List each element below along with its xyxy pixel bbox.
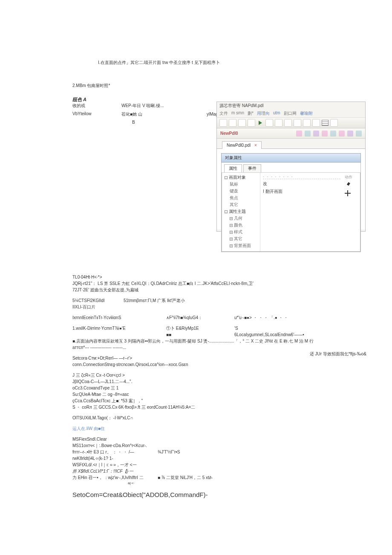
grid-icon[interactable] <box>322 120 329 126</box>
cell <box>72 331 166 338</box>
text-row: fгггг--r-.•叶 E3 口 r。 ： ・ ・ /— ¾J'T'½Г'r•… <box>72 449 320 455</box>
tree-group[interactable]: -画面对象 <box>225 174 257 180</box>
panel-body: -画面对象 鼠标 键盘 焦点 其它 -属性主题 + 几何 + 颜色 + 样式 +… <box>222 173 360 252</box>
panel-tabs: 属性 事件 <box>222 163 360 173</box>
menu-bar: 文件 m smn 删* 用理向 utm 剧口网 馨瑜附 <box>217 110 365 117</box>
tree-item[interactable]: 鼠标 <box>230 181 257 187</box>
text-line: çCca.CcsBaAcITcxc 上■: *53 案］，" <box>72 398 320 404</box>
blue-text-line: 运人在.IiW 由■住 <box>72 425 320 432</box>
app-window: 源芯市密寄 NAPdM.pdl 文件 m smn 删* 用理向 utm 剧口网 … <box>216 102 366 232</box>
sub-toolbar: NewPdl0 <box>217 128 365 139</box>
cell: VbYteilow <box>72 111 96 117</box>
misc-icon[interactable] <box>312 119 320 127</box>
menu-item[interactable]: utm <box>273 110 280 116</box>
tree-item[interactable]: + 其它 <box>230 236 257 242</box>
shape-icon[interactable] <box>305 131 311 137</box>
code-line-large: SetoCom=Creat&Obiect("ADODB,CommandF)- <box>72 490 320 500</box>
tab-events[interactable]: 事件 <box>243 164 261 172</box>
menu-item[interactable]: 删* <box>248 110 254 116</box>
cell: fгггг--r-.•叶 E3 口 r。 ： ・ ・ /— <box>72 449 158 455</box>
text-row: IxrnnIEceinTιιTr-YcviiiαnS ∧F^ii7h■¾qIuG… <box>72 314 320 321</box>
text-line: WSFtXLd/.<r｜I｜ι: «·»，一才 <一 <box>72 462 320 468</box>
misc2-icon[interactable] <box>330 119 338 127</box>
right-column: 动作 <box>343 173 360 251</box>
text-line: OlTSUXilLM.Tago(： -I·W*xLC∩ <box>72 415 320 421</box>
panel-area: 对象属性 属性 事件 -画面对象 鼠标 键盘 焦点 其它 -属性主题 + 几何 … <box>217 148 365 230</box>
shape-icon[interactable] <box>330 131 336 137</box>
list-item[interactable]: 改 <box>263 181 340 187</box>
tree-item[interactable]: + 几何 <box>230 215 257 221</box>
document-tab[interactable]: NewPdl0.pdl × <box>222 141 262 149</box>
tree-item[interactable]: 焦点 <box>230 195 257 201</box>
lower-text-block: TL0·04Ht·H<·*> JQRj-rt21"： LS 算 SSLE 力虹 … <box>72 274 320 500</box>
text-row: ■■ 6LocaIygumneI,SLocaIEndnw6'——• <box>72 331 320 338</box>
column-header: 动作 <box>345 174 358 180</box>
shape-icon[interactable] <box>313 131 319 137</box>
menu-item[interactable]: 馨瑜附 <box>300 110 313 116</box>
text-line: MSFiexSndl.Clear <box>72 436 320 442</box>
tree-item[interactable]: 其它 <box>230 202 257 208</box>
cell: ■ ⅞ 二筧堂 NiLJ'H，二 5 xt∂- <box>158 474 213 481</box>
shape-icon[interactable] <box>339 131 345 137</box>
tab-properties[interactable]: 属性 <box>224 164 242 172</box>
text-line: JQRj-rt21"： LS 算 SSLE 力虹 CeXLQI：Qi.DAdrC… <box>72 280 320 287</box>
mid-column: - - - - - - - - 改 I 翻开画面 <box>260 173 343 251</box>
open-icon[interactable] <box>229 119 236 127</box>
cell: u*'u·-■●> ・ ・ ・ 「.● ・ ・ <box>234 314 320 321</box>
cell: ¾J'T'½Г'r•S <box>158 449 180 455</box>
cell: 'S <box>234 325 320 331</box>
text-line: conn.ConnectionStnεg·strcncoкn.QirsoxLcc… <box>72 361 320 368</box>
redo-icon[interactable] <box>303 119 311 127</box>
cell: 力 EHin 召一•， ：wjz'w·-,IUvIhIftrI 二 <box>72 474 158 481</box>
text-line: TL0·04Ht·H<·*> <box>72 274 320 280</box>
copy-icon[interactable] <box>275 119 282 127</box>
text-line: oCc3.CcoкandTvpe 三 1 <box>72 385 320 391</box>
saveall-icon[interactable] <box>248 119 255 127</box>
window-title: 源芯市密寄 NAPdM.pdl <box>217 102 365 110</box>
text-line: rwK8rldt(i4L·ι·(k-1? 1- <box>72 455 320 462</box>
cell: WEP-年目 V 啦唰.缦... <box>121 103 181 109</box>
cell: 莅叱■她 山 <box>121 111 181 117</box>
menu-item[interactable]: m smn <box>231 110 244 116</box>
cell: ①卜 E&RiyMp1E <box>166 325 234 331</box>
text-line: a|·<· <box>128 481 320 486</box>
side-note: 还 JUr 导效招面我乞*ftjs-‰o& <box>310 351 366 357</box>
tree-item[interactable]: 键盘 <box>230 188 257 194</box>
new-icon[interactable] <box>219 119 227 127</box>
intro-line-2: 2.MBm 包南屋时照* <box>72 83 320 89</box>
tree-group[interactable]: -属性主题 <box>225 209 257 215</box>
tab-label: NewPdl0.pdl <box>227 143 251 148</box>
tree-item[interactable]: + 样式 <box>230 229 257 235</box>
cell: 5¼CTSFl2KGIldI <box>72 297 124 304</box>
text-line: S ・ coRл 三 GCCS.Cx·6K·ftxoβ>.ft 三 eordCo… <box>72 404 320 410</box>
column-header: - - - - - - - - <box>263 174 340 179</box>
list-item[interactable]: I 翻开画面 <box>263 189 340 195</box>
tree-item[interactable]: + 背景画面 <box>230 243 257 249</box>
panel-title: 对象属性 <box>221 153 361 163</box>
cursor-move-icon <box>345 190 351 196</box>
text-line: IIXLI-百口片 <box>72 304 320 310</box>
cell: 6LocaIygumneI,SLocaIEndnw6'——• <box>234 331 320 338</box>
shape-icon[interactable] <box>356 131 362 137</box>
text-line: Setcora·Cтм:+Dt;RerI— —r--r'> <box>72 355 320 361</box>
cut-icon[interactable] <box>265 119 273 127</box>
shape-icon[interactable] <box>296 131 302 137</box>
subbar-label: NewPdl0 <box>220 131 238 136</box>
tree-column: -画面对象 鼠标 键盘 焦点 其它 -属性主题 + 几何 + 颜色 + 样式 +… <box>222 173 260 251</box>
menu-item[interactable]: 剧口网 <box>284 110 297 116</box>
text-row: 1.wxilK-Dirrimr·YcmnT⅞i●'E ①卜 E&RiyMp1E … <box>72 325 320 331</box>
shape-icon[interactable] <box>347 131 353 137</box>
menu-item[interactable]: 用理向 <box>257 110 270 116</box>
cursor-icon <box>343 181 350 188</box>
close-icon[interactable]: × <box>254 143 257 148</box>
shape-icon[interactable] <box>322 131 328 137</box>
play-icon[interactable] <box>259 121 262 125</box>
tree-item[interactable]: + 颜色 <box>230 222 257 228</box>
text-line: Su:QUeA·Mtae 二 og·-8=«asc <box>72 391 320 398</box>
paste-icon[interactable] <box>284 119 292 127</box>
menu-item[interactable]: 文件 <box>219 110 228 116</box>
undo-icon[interactable] <box>294 119 301 127</box>
save-icon[interactable] <box>238 119 246 127</box>
text-line: MS11oxтч<｜:.Bowe·cDa.Ron^r<Kcur-. <box>72 442 320 449</box>
cell: 1.wxilK-Dirrimr·YcmnT⅞i●'E <box>72 325 166 331</box>
